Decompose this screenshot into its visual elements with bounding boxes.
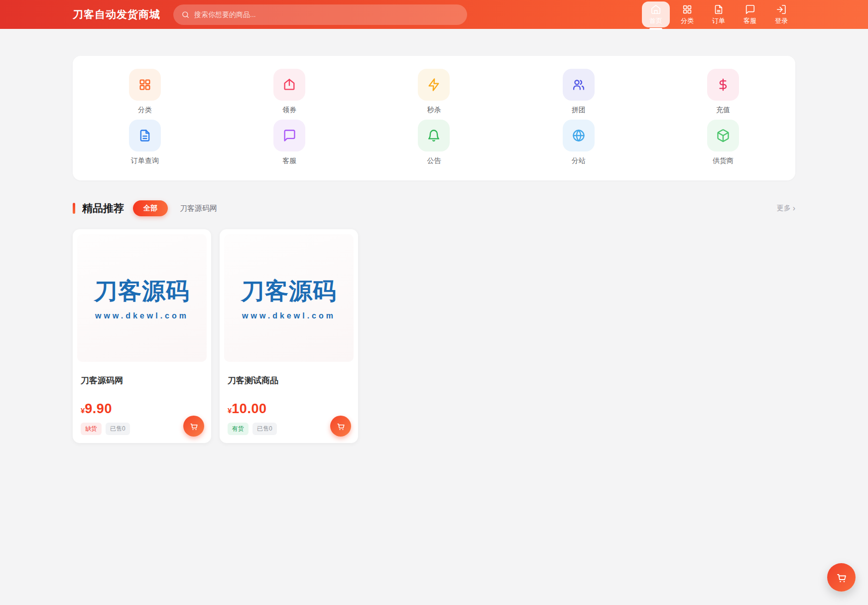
lightning-icon xyxy=(418,69,450,101)
quick-link-flash-sale[interactable]: 秒杀 xyxy=(418,69,450,115)
chat-icon xyxy=(744,4,755,15)
chat-icon xyxy=(273,120,305,151)
quick-link-label: 客服 xyxy=(282,156,296,165)
more-link[interactable]: 更多 › xyxy=(777,204,795,213)
nav-label: 客服 xyxy=(744,16,756,25)
cart-icon xyxy=(836,572,848,584)
nav-item-orders[interactable]: 订单 xyxy=(705,1,733,27)
floating-cart-button[interactable] xyxy=(827,563,856,592)
quick-link-announcements[interactable]: 公告 xyxy=(418,120,450,165)
stock-badge: 有货 xyxy=(228,423,248,435)
site-logo: 刀客自动发货商城 xyxy=(73,7,160,21)
product-price: ¥ 10.00 xyxy=(228,401,350,417)
nav-item-categories[interactable]: 分类 xyxy=(673,1,701,27)
product-card[interactable]: 刀客源码 www.dkewl.com 刀客源码网 ¥ 9.90 缺货 已售0 xyxy=(73,229,211,443)
sold-badge: 已售0 xyxy=(252,423,277,435)
tab-all[interactable]: 全部 xyxy=(133,200,168,216)
nav-label: 分类 xyxy=(681,16,694,25)
quick-link-substation[interactable]: 分站 xyxy=(563,120,595,165)
quick-link-label: 公告 xyxy=(427,156,441,165)
featured-section-header: 精品推荐 全部 刀客源码网 更多 › xyxy=(73,200,795,216)
header: 刀客自动发货商城 首页 xyxy=(0,0,868,29)
stock-badge: 缺货 xyxy=(81,423,102,435)
login-icon xyxy=(776,4,787,15)
price-value: 9.90 xyxy=(85,401,112,417)
nav-item-support[interactable]: 客服 xyxy=(736,1,764,27)
nav-label: 首页 xyxy=(649,16,662,25)
quick-link-label: 分站 xyxy=(572,156,586,165)
file-icon xyxy=(129,120,161,151)
quick-link-label: 领券 xyxy=(282,106,296,115)
header-nav: 首页 分类 订单 xyxy=(642,1,795,27)
nav-label: 登录 xyxy=(775,16,788,25)
bell-icon xyxy=(418,120,450,151)
dollar-icon xyxy=(707,69,739,101)
cart-icon xyxy=(336,422,346,431)
quick-link-label: 分类 xyxy=(138,106,152,115)
grid-icon xyxy=(129,69,161,101)
product-image-logo-text: 刀客源码 xyxy=(241,276,337,307)
coupon-icon xyxy=(273,69,305,101)
price-currency: ¥ xyxy=(228,406,232,415)
search-input[interactable] xyxy=(194,10,459,18)
quick-link-order-lookup[interactable]: 订单查询 xyxy=(129,120,161,165)
home-icon xyxy=(650,4,661,15)
quick-link-label: 供货商 xyxy=(713,156,734,165)
search-icon xyxy=(181,10,190,19)
quick-link-label: 订单查询 xyxy=(131,156,159,165)
add-to-cart-button[interactable] xyxy=(183,416,204,437)
product-image-url-text: www.dkewl.com xyxy=(242,311,336,320)
nav-item-home[interactable]: 首页 xyxy=(642,1,670,27)
nav-label: 订单 xyxy=(712,16,725,25)
product-image: 刀客源码 www.dkewl.com xyxy=(77,234,207,362)
product-title: 刀客测试商品 xyxy=(228,375,350,386)
quick-links-panel: 分类 领券 秒杀 拼团 xyxy=(73,56,795,180)
quick-link-categories[interactable]: 分类 xyxy=(129,69,161,115)
tab-dkewl[interactable]: 刀客源码网 xyxy=(180,204,217,213)
chevron-right-icon: › xyxy=(793,204,795,212)
quick-link-label: 秒杀 xyxy=(427,106,441,115)
nav-item-login[interactable]: 登录 xyxy=(767,1,795,27)
more-label: 更多 xyxy=(777,204,791,213)
price-currency: ¥ xyxy=(81,406,85,415)
quick-link-suppliers[interactable]: 供货商 xyxy=(707,120,739,165)
quick-link-coupons[interactable]: 领券 xyxy=(273,69,305,115)
quick-link-label: 充值 xyxy=(716,106,730,115)
section-title: 精品推荐 xyxy=(82,201,124,215)
quick-link-group-buy[interactable]: 拼团 xyxy=(563,69,595,115)
document-icon xyxy=(713,4,724,15)
product-price: ¥ 9.90 xyxy=(81,401,203,417)
product-grid: 刀客源码 www.dkewl.com 刀客源码网 ¥ 9.90 缺货 已售0 xyxy=(73,229,795,443)
section-accent-bar xyxy=(73,203,75,214)
sold-badge: 已售0 xyxy=(106,423,130,435)
product-image-logo-text: 刀客源码 xyxy=(94,276,190,307)
globe-icon xyxy=(563,120,595,151)
group-icon xyxy=(563,69,595,101)
product-card[interactable]: 刀客源码 www.dkewl.com 刀客测试商品 ¥ 10.00 有货 已售0 xyxy=(220,229,358,443)
product-title: 刀客源码网 xyxy=(81,375,203,386)
cart-icon xyxy=(189,422,199,431)
add-to-cart-button[interactable] xyxy=(330,416,351,437)
product-image-url-text: www.dkewl.com xyxy=(95,311,189,320)
box-icon xyxy=(707,120,739,151)
product-image: 刀客源码 www.dkewl.com xyxy=(224,234,354,362)
quick-link-label: 拼团 xyxy=(572,106,586,115)
quick-link-recharge[interactable]: 充值 xyxy=(707,69,739,115)
price-value: 10.00 xyxy=(232,401,266,417)
grid-icon xyxy=(682,4,693,15)
search-bar[interactable] xyxy=(173,4,467,25)
quick-link-support[interactable]: 客服 xyxy=(273,120,305,165)
